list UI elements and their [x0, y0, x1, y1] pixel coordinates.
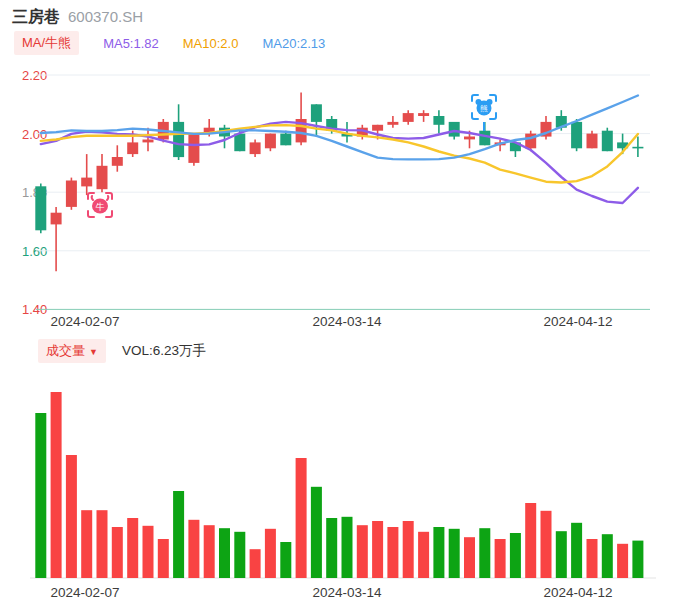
- candle: [403, 113, 414, 122]
- kline-chart[interactable]: [0, 0, 686, 606]
- ma5-value: MA5:1.82: [103, 36, 159, 51]
- volume-legend: 成交量▼ VOL:6.23万手: [38, 339, 206, 363]
- ma-legend: MA/牛熊 MA5:1.82 MA10:2.0 MA20:2.13: [14, 31, 325, 55]
- volume-bar: [296, 458, 307, 578]
- volume-value: VOL:6.23万手: [122, 342, 206, 360]
- x-axis-date: 2024-04-12: [543, 314, 612, 329]
- candle: [81, 178, 92, 187]
- candle: [188, 134, 199, 163]
- volume-bar: [632, 541, 643, 578]
- volume-bar: [204, 525, 215, 578]
- volume-bar: [97, 510, 108, 578]
- x-axis-date: 2024-02-07: [50, 314, 119, 329]
- candle: [127, 142, 138, 154]
- volume-bar: [188, 520, 199, 578]
- volume-bar: [112, 527, 123, 578]
- volume-bar: [158, 539, 169, 578]
- candle: [602, 131, 613, 152]
- bear-marker-icon[interactable]: 熊: [471, 94, 497, 134]
- volume-bar: [479, 528, 490, 578]
- volume-bar: [387, 527, 398, 578]
- stock-kline-page: 三房巷600370.SH MA/牛熊 MA5:1.82 MA10:2.0 MA2…: [0, 0, 686, 606]
- volume-bar: [510, 533, 521, 578]
- candle: [433, 116, 444, 125]
- volume-bar: [372, 521, 383, 578]
- volume-bar: [602, 534, 613, 578]
- volume-bar: [81, 510, 92, 578]
- volume-bar: [357, 525, 368, 578]
- candle: [173, 122, 184, 157]
- volume-bar: [617, 544, 628, 578]
- candle: [143, 140, 154, 143]
- volume-bar: [587, 539, 598, 578]
- candle: [265, 134, 276, 149]
- x-axis-date: 2024-02-07: [50, 585, 119, 600]
- stock-header: 三房巷600370.SH: [12, 7, 143, 28]
- candle: [571, 122, 582, 148]
- candle: [250, 142, 261, 154]
- volume-indicator-dropdown[interactable]: 成交量▼: [38, 339, 106, 363]
- candle: [464, 137, 475, 140]
- candle: [587, 134, 598, 149]
- volume-bar: [234, 532, 245, 578]
- x-axis-date: 2024-04-12: [543, 585, 612, 600]
- candle: [51, 213, 62, 225]
- ma10-value: MA10:2.0: [183, 36, 239, 51]
- volume-bar: [51, 392, 62, 578]
- volume-indicator-label: 成交量: [46, 343, 85, 358]
- bear-char: 熊: [480, 104, 488, 113]
- candle: [97, 166, 108, 189]
- x-axis-date: 2024-03-14: [312, 585, 381, 600]
- bull-char: 牛: [96, 202, 105, 212]
- candle: [234, 134, 245, 152]
- candle: [280, 134, 291, 146]
- volume-bar: [173, 491, 184, 578]
- volume-bar: [495, 539, 506, 578]
- volume-bar: [541, 511, 552, 578]
- candle: [387, 122, 398, 125]
- candle: [35, 186, 46, 230]
- candle: [418, 113, 429, 116]
- candle: [311, 104, 322, 122]
- volume-bar: [35, 413, 46, 578]
- volume-bar: [525, 503, 536, 578]
- volume-bar: [311, 487, 322, 578]
- volume-bar: [280, 542, 291, 578]
- candle: [66, 181, 77, 207]
- ma20-value: MA20:2.13: [262, 36, 325, 51]
- volume-bar: [571, 523, 582, 578]
- candle: [372, 125, 383, 131]
- volume-bar: [326, 518, 337, 578]
- candle: [632, 147, 643, 149]
- volume-bar: [433, 527, 444, 578]
- candle: [112, 157, 123, 166]
- stock-code: 600370.SH: [68, 8, 143, 25]
- volume-bar: [556, 531, 567, 578]
- volume-bar: [66, 455, 77, 578]
- chevron-down-icon: ▼: [89, 347, 98, 357]
- volume-bar: [418, 532, 429, 578]
- x-axis-date: 2024-03-14: [312, 314, 381, 329]
- stock-name: 三房巷: [12, 8, 60, 25]
- volume-bars: [35, 392, 643, 578]
- ma-bull-bear-toggle[interactable]: MA/牛熊: [14, 31, 79, 55]
- volume-bar: [342, 517, 353, 578]
- volume-bar: [265, 529, 276, 578]
- volume-bar: [449, 529, 460, 578]
- volume-bar: [403, 521, 414, 578]
- bull-marker-icon[interactable]: 牛: [87, 192, 113, 218]
- volume-bar: [219, 528, 230, 578]
- volume-bar: [464, 537, 475, 578]
- candle: [449, 122, 460, 137]
- volume-bar: [250, 549, 261, 578]
- volume-bar: [127, 518, 138, 578]
- volume-bar: [143, 526, 154, 578]
